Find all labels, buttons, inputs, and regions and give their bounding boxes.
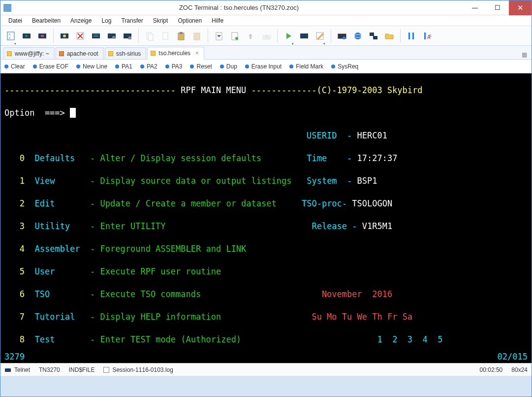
- menu-log[interactable]: Log: [96, 16, 116, 25]
- text-config-button[interactable]: ABC: [259, 29, 274, 43]
- copy-button[interactable]: [142, 29, 157, 43]
- svg-point-8: [63, 34, 66, 37]
- tab-icon: [151, 51, 156, 56]
- svg-rect-12: [92, 33, 100, 38]
- keymap-button[interactable]: [335, 29, 349, 43]
- paste-append-button[interactable]: [189, 29, 204, 43]
- tab-icon: [7, 51, 12, 56]
- tab-www-jiffy[interactable]: www@jiffy: ~: [3, 47, 55, 59]
- terminal-screen[interactable]: ---------------------------------- RPF M…: [0, 73, 532, 352]
- svg-text:B: B: [429, 34, 432, 37]
- upload-button[interactable]: [243, 29, 258, 43]
- svg-rect-6: [41, 35, 44, 37]
- tab-ssh-sirius[interactable]: ssh-sirius: [105, 47, 147, 59]
- menu-skript[interactable]: Skript: [148, 16, 173, 25]
- session-config-button[interactable]: [104, 29, 119, 43]
- tab-tso-hercules[interactable]: tso.hercules ×: [147, 47, 204, 60]
- tools-button[interactable]: [404, 29, 419, 43]
- svg-point-28: [235, 37, 238, 40]
- svg-point-39: [354, 33, 361, 39]
- menu-transfer[interactable]: Transfer: [116, 16, 148, 25]
- status-bar: Telnet TN3270 IND$FILE Session-1116-0103…: [0, 363, 532, 376]
- font-button[interactable]: AB: [420, 29, 435, 43]
- svg-text:Z: Z: [9, 36, 10, 39]
- action-erase-input[interactable]: Erase Input: [245, 63, 282, 70]
- svg-text:ABC: ABC: [262, 34, 271, 39]
- download-button[interactable]: [212, 29, 226, 43]
- svg-rect-41: [370, 33, 374, 36]
- globe-button[interactable]: [350, 29, 365, 43]
- action-clear[interactable]: Clear: [4, 63, 25, 70]
- new-file-button[interactable]: [227, 29, 242, 43]
- run-button[interactable]: [281, 29, 296, 43]
- connection-icon: [4, 366, 11, 373]
- action-erase-eof[interactable]: Erase EOF: [33, 63, 68, 70]
- svg-rect-45: [424, 33, 426, 39]
- menu-bar: Datei Bearbeiten Anzeige Log Transfer Sk…: [0, 15, 532, 26]
- action-dup[interactable]: Dup: [220, 63, 237, 70]
- cancel-button[interactable]: [73, 29, 88, 43]
- disconnect-button[interactable]: [35, 29, 50, 43]
- svg-rect-34: [300, 33, 308, 38]
- status-dimensions: 80x24: [511, 366, 528, 373]
- window-title: ZOC Terminal : tso.hercules (TN3270.zoc): [14, 4, 464, 11]
- svg-rect-23: [180, 32, 183, 34]
- cursor-position: 02/015: [498, 352, 528, 363]
- action-bar: Clear Erase EOF New Line PA1 PA2 PA3 Res…: [0, 60, 532, 73]
- svg-rect-18: [128, 36, 131, 39]
- menu-datei[interactable]: Datei: [3, 16, 27, 25]
- tab-icon: [59, 51, 64, 56]
- window-close-button[interactable]: ✕: [509, 0, 532, 15]
- status-protocol: TN3270: [39, 366, 60, 373]
- action-reset[interactable]: Reset: [190, 63, 212, 70]
- action-sysreq[interactable]: SysReq: [331, 63, 358, 70]
- menu-anzeige[interactable]: Anzeige: [65, 16, 96, 25]
- action-pa3[interactable]: PA3: [165, 63, 183, 70]
- svg-rect-43: [408, 33, 410, 39]
- window-titlebar: ZOC Terminal : tso.hercules (TN3270.zoc)…: [0, 0, 532, 15]
- svg-rect-44: [412, 33, 414, 39]
- paste-button[interactable]: [174, 29, 188, 43]
- tab-label: apache-root: [67, 50, 98, 57]
- menu-bearbeiten[interactable]: Bearbeiten: [27, 16, 65, 25]
- script-button[interactable]: [297, 29, 312, 43]
- screens-button[interactable]: [366, 29, 381, 43]
- tab-overview-button[interactable]: ▦: [520, 50, 529, 59]
- tab-apache-root[interactable]: apache-root: [56, 47, 104, 59]
- tab-label: www@jiffy: ~: [15, 50, 49, 57]
- svg-rect-30: [250, 36, 251, 39]
- toolbar: AZ ABC AB: [0, 26, 532, 46]
- window-maximize-button[interactable]: ☐: [486, 0, 509, 15]
- action-pa1[interactable]: PA1: [115, 63, 132, 70]
- hostdir-button[interactable]: AZ: [3, 29, 18, 43]
- log-checkbox[interactable]: [103, 367, 109, 373]
- tab-close-icon[interactable]: ×: [195, 50, 199, 57]
- edit-script-button[interactable]: [313, 29, 327, 43]
- connect-button[interactable]: [19, 29, 34, 43]
- tab-bar: www@jiffy: ~ apache-root ssh-sirius tso.…: [0, 46, 532, 60]
- status-log[interactable]: Session-1116-0103.log: [103, 366, 173, 373]
- terminal-status-line: 3279 02/015: [0, 352, 532, 363]
- svg-rect-22: [178, 33, 184, 40]
- menu-optionen[interactable]: Optionen: [173, 16, 207, 25]
- action-pa2[interactable]: PA2: [140, 63, 157, 70]
- svg-rect-48: [5, 368, 11, 372]
- session-button[interactable]: [89, 29, 103, 43]
- window-minimize-button[interactable]: [464, 0, 486, 15]
- action-field-mark[interactable]: Field Mark: [289, 63, 323, 70]
- status-indfile: IND$FILE: [69, 366, 95, 373]
- open-folder-button[interactable]: [382, 29, 397, 43]
- svg-marker-33: [286, 33, 291, 39]
- quickconnect-button[interactable]: [57, 29, 72, 43]
- app-icon: [3, 4, 11, 12]
- action-new-line[interactable]: New Line: [76, 63, 107, 70]
- tab-icon: [108, 51, 113, 56]
- program-config-button[interactable]: [120, 29, 135, 43]
- cut-button[interactable]: [158, 29, 173, 43]
- svg-rect-24: [194, 33, 200, 40]
- svg-point-16: [112, 36, 115, 39]
- terminal-type: 3279: [4, 352, 25, 363]
- status-timer: 00:02:50: [480, 366, 503, 373]
- menu-hilfe[interactable]: Hilfe: [207, 16, 228, 25]
- svg-rect-21: [163, 33, 168, 39]
